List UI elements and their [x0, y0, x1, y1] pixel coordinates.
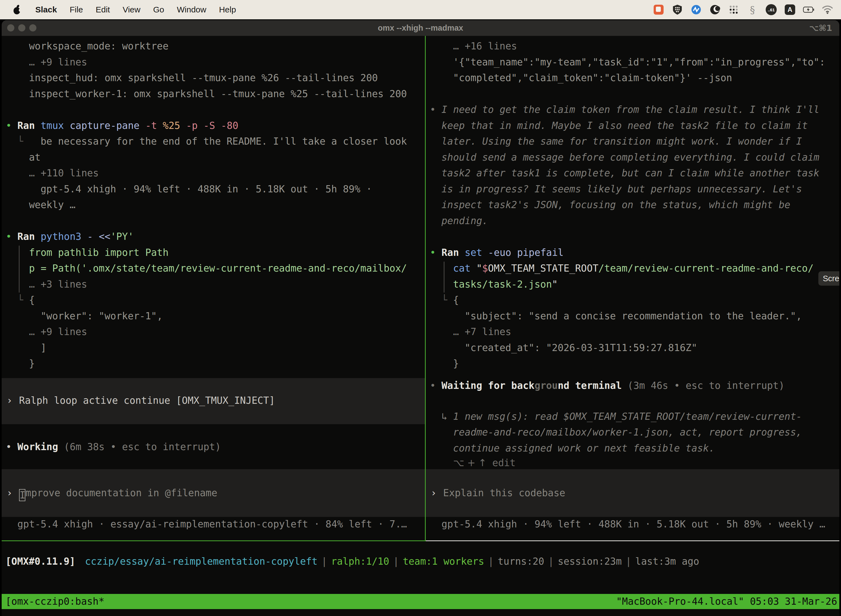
path-segment: /team/review-current-readme-and-reco/ [598, 263, 814, 274]
cat-command-line: cat "$OMX_TEAM_STATE_ROOT/team/review-cu… [426, 261, 840, 277]
bullet-icon: • [6, 439, 12, 455]
command-program: cat [453, 263, 470, 274]
inject-status-text: Ralph loop active continue [OMX_TMUX_INJ… [19, 395, 275, 406]
edit-hint: ⌥ + ↑ edit [426, 455, 840, 471]
right-pane[interactable]: … +16 lines '{"team_name":"my-team","tas… [426, 36, 840, 541]
menu-app-name[interactable]: Slack [35, 5, 57, 14]
separator: | [318, 556, 331, 567]
left-prompt-input[interactable]: ›Improve documentation in @filename [1, 469, 425, 517]
hud-team-workers: team:1 workers [403, 556, 484, 567]
command-program: set [464, 247, 482, 258]
dollar-sign: $ [482, 263, 488, 274]
json-output-line: └{ [426, 292, 840, 308]
menu-item-go[interactable]: Go [153, 5, 164, 14]
json-output-line: } [1, 356, 425, 372]
shield-icon[interactable] [672, 4, 683, 15]
ran-tmux-command: • Ran tmux capture-pane -t %25 -p -S -80 [1, 118, 425, 134]
left-pane-bottom-border [1, 540, 426, 541]
corner-icon: └ [441, 292, 447, 308]
thinking-line: pending. [426, 213, 840, 229]
command-output-line: └be necessary for the end of the README.… [1, 133, 425, 150]
hud-project-path: cczip/essay/ai-reimplementation-copyleft [81, 556, 318, 567]
collapsed-lines-note: … +110 lines [1, 165, 425, 181]
thinking-line: later. Using the same for transition mig… [426, 133, 840, 150]
json-output-line: └{ [1, 292, 425, 308]
prompt-icon: › [431, 487, 437, 499]
right-prompt-input[interactable]: ›Explain this codebase [426, 469, 840, 517]
menu-item-view[interactable]: View [123, 5, 140, 14]
menu-item-edit[interactable]: Edit [96, 5, 110, 14]
usage-61-icon[interactable]: ..61 [765, 4, 777, 15]
dot-grid-icon[interactable] [728, 4, 740, 15]
inject-status-band: ›Ralph loop active continue [OMX_TMUX_IN… [1, 378, 425, 424]
output-line: '{"team_name":"my-team","task_id":"1","f… [426, 54, 840, 70]
command-flags: -euo pipefail [488, 247, 564, 258]
bullet-icon: • [6, 229, 12, 245]
waiting-label: Waiting for back [441, 380, 535, 391]
separator: | [389, 556, 403, 567]
json-output-line: } [426, 356, 840, 372]
edit-label: edit [492, 457, 516, 468]
command-program: tmux [41, 120, 64, 131]
screen-permission-tooltip: Scre [818, 271, 840, 286]
waiting-label: nd terminal [558, 380, 622, 391]
mailbox-message-line: ↳1 new msg(s): read $OMX_TEAM_STATE_ROOT… [426, 409, 840, 425]
apple-menu-icon[interactable] [11, 4, 23, 15]
blank-line [426, 86, 840, 102]
command-flag: -t [145, 120, 157, 131]
collapsed-lines-note: … +3 lines [1, 277, 425, 293]
ran-label: Ran [18, 120, 35, 131]
terminal-window: omx --xhigh --madmax ⌥⌘1 workspace_mode:… [1, 20, 840, 616]
terminal-content: workspace_mode: worktree … +9 lines insp… [1, 36, 840, 616]
code-line: p = Path('.omx/state/team/review-current… [1, 261, 425, 277]
thinking-line: is in progress? It seems likely but perh… [426, 181, 840, 197]
blue-bolt-icon[interactable] [690, 4, 702, 15]
menu-item-help[interactable]: Help [219, 5, 236, 14]
thinking-line: should send a message before completing … [426, 150, 840, 166]
json-output-line: ] [1, 340, 425, 356]
command-output-line: weekly … [1, 197, 425, 213]
output-line: workspace_mode: worktree [1, 38, 425, 54]
command-output-line: at [1, 150, 425, 166]
json-output-line: "subject": "send a concise recommendatio… [426, 308, 840, 324]
mailbox-message-line: readme-and-reco/mailbox/worker-1.json, a… [426, 424, 840, 440]
menu-item-window[interactable]: Window [177, 5, 207, 14]
blank-line [426, 229, 840, 245]
wifi-icon[interactable] [822, 4, 833, 15]
bullet-icon: • [6, 118, 12, 134]
crescent-icon[interactable] [709, 4, 721, 15]
thinking-line: inspect task2's JSON, focusing on the st… [426, 197, 840, 213]
menu-item-file[interactable]: File [70, 5, 83, 14]
left-model-status: gpt-5.4 xhigh · essay/ai-reimplementatio… [1, 516, 425, 532]
title-bar[interactable]: omx --xhigh --madmax ⌥⌘1 [1, 20, 840, 36]
output-connector-line [444, 262, 444, 293]
env-var: OMX_TEAM_STATE_ROOT [488, 263, 598, 274]
battery-icon[interactable] [803, 4, 815, 15]
left-pane[interactable]: workspace_mode: worktree … +9 lines insp… [1, 36, 425, 541]
ran-python-command: • Ran python3 - <<'PY' [1, 229, 425, 245]
omx-hud-status-line: [OMX#0.11.9] cczip/essay/ai-reimplementa… [1, 554, 840, 570]
output-line: inspect_worker-1: omx sparkshell --tmux-… [1, 86, 425, 102]
screen-record-indicator-icon[interactable] [653, 4, 664, 15]
arrow-icon: ↳ [441, 409, 447, 425]
output-line: "completed","claim_token":"claim-token"}… [426, 70, 840, 86]
tmux-host-clock: "MacBook-Pro-44.local" 05:03 31-Mar-26 [616, 594, 837, 609]
right-model-status: gpt-5.4 xhigh · 94% left · 488K in · 5.1… [426, 516, 840, 532]
right-pane-bottom-border [426, 540, 840, 541]
mailbox-message-line: continue assigned work or next feasible … [426, 440, 840, 456]
a-app-icon[interactable]: A [784, 4, 796, 15]
separator: | [622, 556, 635, 567]
hud-turns: turns:20 [498, 556, 544, 567]
left-stream: workspace_mode: worktree … +9 lines insp… [1, 38, 425, 372]
window-shortcut-hint: ⌥⌘1 [809, 20, 832, 36]
command-program: python3 [41, 231, 81, 242]
collapsed-lines-note: … +9 lines [1, 54, 425, 70]
heredoc-operator: << [99, 231, 110, 242]
json-output-line: "worker": "worker-1", [1, 308, 425, 324]
squiggle-icon[interactable]: § [747, 4, 758, 15]
separator: | [484, 556, 498, 567]
menu-bar: Slack File Edit View Go Window Help [0, 0, 841, 19]
tmux-status-bar: [omx-cczip0:bash* "MacBook-Pro-44.local"… [1, 594, 840, 609]
ran-label: Ran [441, 247, 459, 258]
input-placeholder: mprove documentation in @filename [25, 487, 217, 499]
